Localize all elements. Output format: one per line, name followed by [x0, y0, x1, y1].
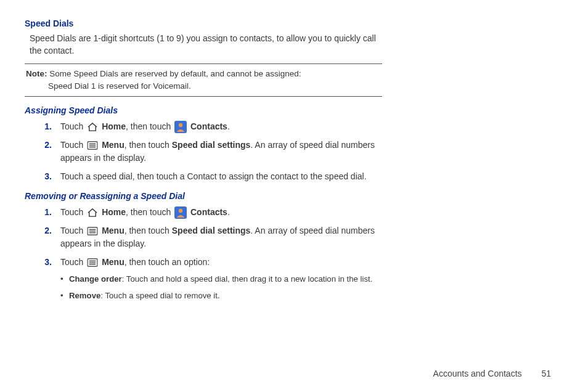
- step-number: 3.: [25, 256, 60, 269]
- contacts-icon: [174, 121, 187, 133]
- step-number: 2.: [25, 139, 60, 152]
- step-number: 3.: [25, 170, 60, 184]
- step-number: 1.: [25, 206, 60, 219]
- section-heading: Speed Dials: [25, 18, 382, 28]
- step-item: 3.Touch Menu, then touch an option:Chang…: [25, 256, 382, 307]
- intro-text: Speed Dials are 1-digit shortcuts (1 to …: [30, 32, 382, 57]
- menu-icon: [87, 227, 98, 235]
- step-body: Touch Menu, then touch Speed dial settin…: [60, 139, 382, 165]
- steps-list: 1.Touch Home, then touch Contacts.2.Touc…: [25, 206, 382, 307]
- note-label: Note:: [26, 69, 47, 78]
- footer-page-number: 51: [541, 369, 551, 378]
- note-line2: Speed Dial 1 is reserved for Voicemail.: [26, 80, 381, 92]
- step-body: Touch Home, then touch Contacts.: [60, 120, 382, 134]
- manual-page: Speed Dials Speed Dials are 1-digit shor…: [0, 0, 407, 307]
- home-icon: [87, 208, 98, 217]
- step-body: Touch Menu, then touch Speed dial settin…: [60, 224, 382, 251]
- menu-icon: [87, 258, 98, 267]
- bullet-item: Remove: Touch a speed dial to remove it.: [60, 290, 382, 302]
- step-body: Touch Home, then touch Contacts.: [60, 206, 382, 219]
- page-footer: Accounts and Contacts 51: [433, 369, 551, 378]
- step-item: 1.Touch Home, then touch Contacts.: [25, 206, 382, 219]
- step-item: 1.Touch Home, then touch Contacts.: [25, 120, 382, 134]
- note-line1: Some Speed Dials are reserved by default…: [49, 69, 301, 78]
- home-icon: [87, 123, 98, 131]
- note-box: Note: Some Speed Dials are reserved by d…: [25, 63, 382, 97]
- step-item: 2.Touch Menu, then touch Speed dial sett…: [25, 139, 382, 165]
- footer-chapter: Accounts and Contacts: [433, 369, 522, 378]
- step-number: 2.: [25, 224, 60, 238]
- subsection-heading: Assigning Speed Dials: [25, 105, 382, 115]
- bullet-list: Change order: Touch and hold a speed dia…: [60, 273, 382, 303]
- step-body: Touch Menu, then touch an option:Change …: [60, 256, 382, 307]
- step-number: 1.: [25, 120, 60, 134]
- contacts-icon: [174, 206, 187, 219]
- steps-list: 1.Touch Home, then touch Contacts.2.Touc…: [25, 120, 382, 184]
- svg-point-7: [179, 209, 182, 213]
- menu-icon: [87, 141, 98, 150]
- subsection-heading: Removing or Reassigning a Speed Dial: [25, 191, 382, 201]
- step-item: 2.Touch Menu, then touch Speed dial sett…: [25, 224, 382, 251]
- step-item: 3.Touch a speed dial, then touch a Conta…: [25, 170, 382, 184]
- bullet-item: Change order: Touch and hold a speed dia…: [60, 273, 382, 285]
- svg-point-1: [179, 123, 182, 127]
- step-body: Touch a speed dial, then touch a Contact…: [60, 170, 382, 184]
